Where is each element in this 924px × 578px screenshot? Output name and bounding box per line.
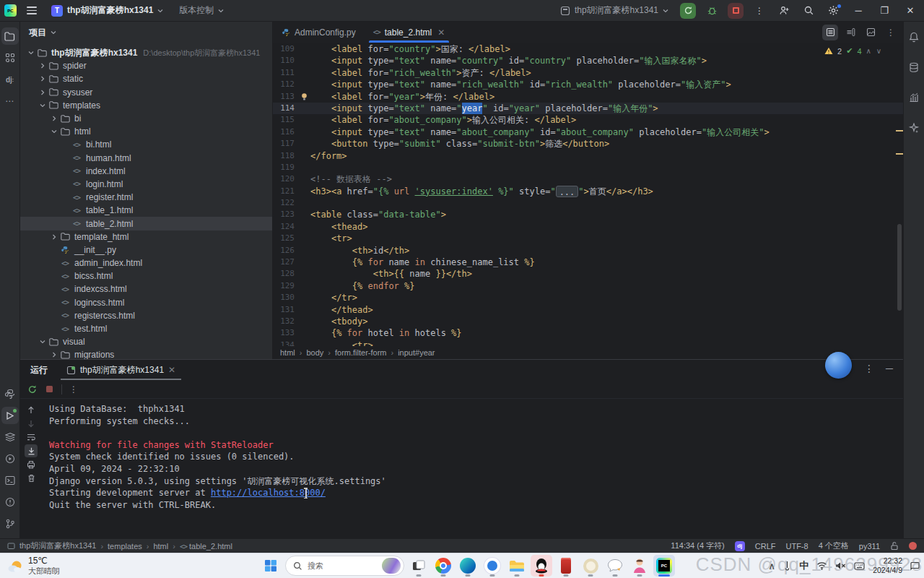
stop-button[interactable] bbox=[728, 3, 744, 19]
line-number[interactable]: 118 bbox=[273, 150, 297, 162]
more-tool-windows-button[interactable]: ⋯ bbox=[1, 92, 19, 110]
editor-scrollbar[interactable] bbox=[897, 224, 902, 311]
scroll-to-end-button[interactable] bbox=[25, 444, 38, 457]
stop-console-button[interactable] bbox=[45, 384, 54, 394]
breadcrumb-item[interactable]: body bbox=[306, 348, 323, 357]
tree-item[interactable]: <>login.html bbox=[20, 178, 272, 191]
weather-widget[interactable]: 15℃ 大部晴朗 bbox=[7, 556, 60, 577]
run-tab[interactable]: thp胡润富豪榜hx1341 ✕ bbox=[61, 360, 181, 380]
line-number[interactable]: 131 bbox=[273, 304, 297, 316]
rerun-console-button[interactable] bbox=[27, 384, 38, 394]
chevron-right-icon[interactable] bbox=[51, 116, 57, 121]
services-tool-button[interactable] bbox=[1, 428, 19, 446]
settings-button[interactable] bbox=[824, 3, 842, 19]
taskbar-search[interactable]: 搜索 bbox=[285, 556, 404, 576]
line-number[interactable]: 127 bbox=[273, 256, 297, 268]
prev-next-problem-buttons[interactable]: ∧ ∨ bbox=[866, 47, 883, 55]
app-red-taskbar-button[interactable] bbox=[555, 555, 577, 577]
run-tool-button[interactable] bbox=[1, 407, 19, 424]
tab-close-icon[interactable]: ✕ bbox=[437, 27, 445, 38]
unlock-icon[interactable] bbox=[890, 541, 899, 551]
scroll-down-button[interactable] bbox=[25, 417, 38, 430]
tree-item[interactable]: spider bbox=[20, 59, 272, 72]
start-button[interactable] bbox=[260, 555, 282, 577]
explorer-taskbar-button[interactable] bbox=[506, 555, 528, 577]
vcs-widget[interactable]: 版本控制 bbox=[175, 2, 228, 19]
tray-chevron-up-icon[interactable]: ∧ bbox=[769, 561, 776, 571]
code-line[interactable]: 122 bbox=[273, 197, 903, 209]
more-actions-button[interactable]: ⋮ bbox=[751, 3, 768, 19]
line-number[interactable]: 134 bbox=[273, 340, 297, 346]
code-line[interactable]: 123<table class="data-table"> bbox=[273, 209, 903, 220]
touch-keyboard-icon[interactable] bbox=[854, 561, 865, 571]
tree-item[interactable]: migrations bbox=[20, 348, 272, 359]
chevron-down-icon[interactable] bbox=[28, 50, 34, 56]
qq-taskbar-button[interactable] bbox=[531, 555, 552, 577]
breadcrumb-item[interactable]: input#year bbox=[398, 348, 435, 357]
line-separator[interactable]: CRLF bbox=[755, 542, 776, 551]
error-indicator[interactable] bbox=[909, 542, 917, 550]
line-number[interactable]: 133 bbox=[273, 327, 297, 339]
database-tool-button[interactable] bbox=[905, 59, 923, 76]
app-blue-taskbar-button[interactable] bbox=[481, 555, 503, 577]
tree-item[interactable]: <>register.html bbox=[20, 191, 272, 204]
wifi-icon[interactable] bbox=[816, 561, 827, 570]
tab-adminconfig[interactable]: AdminConfig.py bbox=[273, 22, 365, 43]
line-number[interactable]: 113 bbox=[273, 91, 297, 103]
inspections-widget[interactable]: 2 ✔ 4 ∧ ∨ bbox=[824, 46, 883, 56]
line-number[interactable]: 130 bbox=[273, 292, 297, 303]
line-number[interactable]: 129 bbox=[273, 280, 297, 292]
screen-assistant-orb[interactable] bbox=[825, 352, 852, 379]
tray-clock[interactable]: 22:32 2024/4/9 bbox=[873, 556, 902, 575]
notification-center-icon[interactable] bbox=[910, 561, 920, 571]
line-number[interactable]: 124 bbox=[273, 221, 297, 233]
status-breadcrumb-item[interactable]: <> table_2.html bbox=[180, 542, 232, 551]
split-editor-button[interactable] bbox=[842, 25, 858, 40]
chevron-down-icon[interactable] bbox=[40, 103, 45, 108]
scroll-up-button[interactable] bbox=[25, 403, 38, 416]
console-more-button[interactable]: ⋮ bbox=[69, 384, 78, 394]
code-with-me-button[interactable] bbox=[775, 3, 793, 19]
run-configuration-selector[interactable]: thp胡润富豪榜hx1341 bbox=[556, 2, 673, 19]
endpoints-tool-button[interactable] bbox=[905, 89, 923, 106]
tree-item[interactable]: <>bicss.html bbox=[20, 269, 272, 282]
code-line[interactable]: 114 <input type="text" name="year" id="y… bbox=[273, 103, 903, 114]
file-encoding[interactable]: UTF-8 bbox=[785, 542, 808, 551]
tree-item[interactable]: <>human.html bbox=[20, 152, 272, 165]
tree-item[interactable]: sysuser bbox=[20, 86, 272, 99]
editor-view-mode-button[interactable] bbox=[822, 25, 838, 40]
ai-assistant-tool-button[interactable] bbox=[905, 119, 923, 137]
chevron-down-icon[interactable] bbox=[51, 30, 56, 35]
status-breadcrumb-item[interactable]: html bbox=[153, 542, 168, 551]
python-interpreter[interactable]: py311 bbox=[859, 542, 880, 551]
problems-tool-button[interactable] bbox=[1, 493, 19, 511]
code-line[interactable]: 131 </thead> bbox=[273, 304, 903, 316]
line-number[interactable]: 122 bbox=[273, 197, 297, 209]
chat-taskbar-button[interactable] bbox=[604, 555, 626, 577]
run-panel-more-button[interactable]: ⋮ bbox=[864, 363, 874, 374]
code-line[interactable]: 111 <label for="rich_wealth">资产: </label… bbox=[273, 67, 903, 79]
code-line[interactable]: 113 <label for="year">年份: </label> bbox=[273, 91, 903, 103]
debug-button[interactable] bbox=[703, 3, 720, 19]
code-line[interactable]: 110 <input type="text" name="country" id… bbox=[273, 55, 903, 66]
status-breadcrumb-item[interactable]: thp胡润富豪榜hx1341 bbox=[19, 540, 96, 551]
run-panel-hide-button[interactable]: ─ bbox=[886, 363, 893, 374]
tree-item[interactable]: template_html bbox=[20, 230, 272, 243]
tree-item[interactable]: <>test.html bbox=[20, 322, 272, 335]
tree-item[interactable]: static bbox=[20, 72, 272, 85]
project-tool-button[interactable] bbox=[1, 27, 19, 45]
line-number[interactable]: 126 bbox=[273, 245, 297, 256]
code-line[interactable]: 132 <tbody> bbox=[273, 316, 903, 327]
line-number[interactable]: 125 bbox=[273, 233, 297, 244]
chrome-taskbar-button[interactable] bbox=[432, 555, 454, 577]
close-button[interactable]: ✕ bbox=[901, 5, 920, 16]
run-tab-close-icon[interactable]: ✕ bbox=[168, 365, 175, 375]
project-widget[interactable]: T thp胡润富豪榜hx1341 bbox=[47, 2, 167, 19]
tree-item[interactable]: __init__.py bbox=[20, 243, 272, 256]
line-number[interactable]: 117 bbox=[273, 138, 297, 150]
tree-item[interactable]: <>index.html bbox=[20, 165, 272, 178]
tree-item[interactable]: <>logincss.html bbox=[20, 296, 272, 309]
run-anything-tool-button[interactable] bbox=[1, 450, 19, 467]
tab-table2[interactable]: <> table_2.html ✕ bbox=[365, 22, 453, 43]
task-view-taskbar-button[interactable] bbox=[408, 555, 430, 577]
